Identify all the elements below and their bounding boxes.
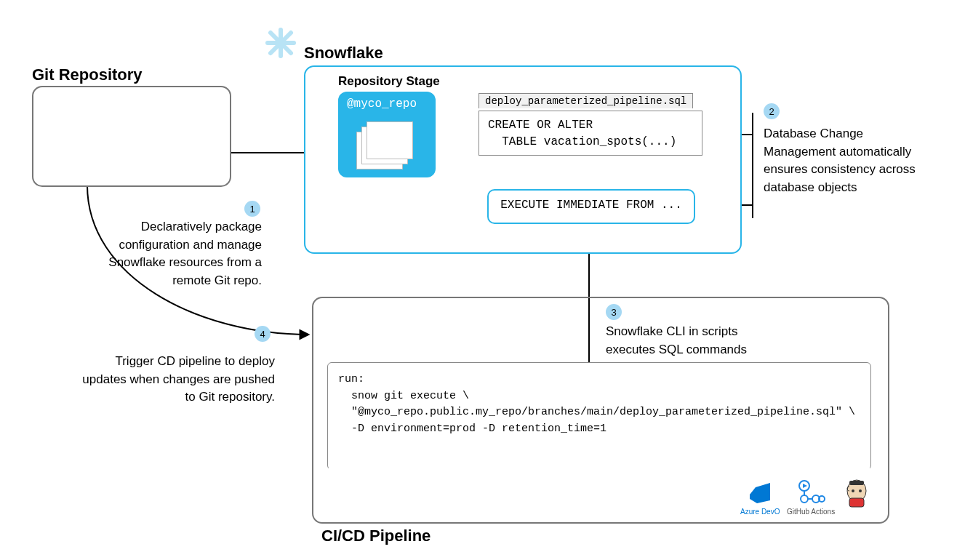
snowflake-icon (263, 25, 298, 60)
svg-rect-26 (849, 498, 864, 507)
sql-file-tab: deploy_parameterized_pipeline.sql (479, 93, 693, 108)
repo-stage-title: Repository Stage (338, 74, 440, 89)
svg-point-20 (801, 495, 808, 503)
cli-script: run: snow git execute \ "@myco_repo.publ… (327, 362, 871, 470)
jenkins-icon (842, 476, 871, 513)
git-repo-box (32, 86, 231, 187)
svg-marker-23 (803, 484, 807, 488)
annotation-1: Declaratively package configuration and … (91, 218, 262, 290)
cicd-title: CI/CD Pipeline (321, 527, 431, 545)
annotation-2: Database Change Management automatically… (764, 125, 931, 197)
sql-file-content: CREATE OR ALTER TABLE vacation_spots(...… (479, 111, 702, 156)
svg-point-27 (852, 489, 854, 492)
execute-immediate-box: EXECUTE IMMEDIATE FROM ... (487, 189, 695, 224)
badge-2: 2 (764, 103, 780, 119)
repo-stage-card: @myco_repo (338, 92, 436, 177)
github-actions-icon: GitHub Actions (787, 479, 835, 516)
annotation-4: Trigger CD pipeline to deploy updates wh… (79, 353, 275, 407)
repo-stage-name: @myco_repo (347, 97, 417, 111)
stage-card-icon (367, 121, 413, 159)
badge-4: 4 (255, 326, 271, 342)
git-repo-title: Git Repository (32, 65, 143, 84)
svg-point-28 (859, 489, 862, 492)
svg-rect-25 (849, 481, 864, 485)
snowflake-title: Snowflake (304, 44, 383, 63)
badge-1: 1 (244, 201, 260, 217)
script-wave-mask (329, 458, 870, 471)
azure-devops-icon: Azure DevO (740, 480, 780, 516)
